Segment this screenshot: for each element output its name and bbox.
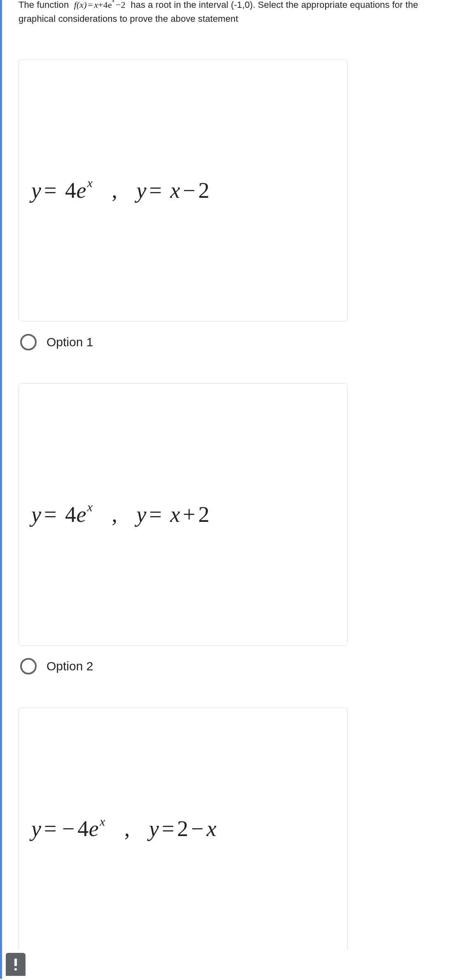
report-problem-button[interactable] [6,953,26,976]
option-1-eq1: y=4ex [31,178,93,203]
option-2-eq1: y=4ex [31,502,93,527]
radio-icon[interactable] [20,334,37,350]
option-3-equations: y=−4ex , y=2−x [31,816,217,841]
option-3-image: y=−4ex , y=2−x [19,707,348,950]
question-prefix: The function [19,0,74,10]
option-2-eq2: y=x+2 [137,502,210,527]
question-math: f(x)=x+4ex−2 [74,0,126,10]
option-3-wrap: y=−4ex , y=2−x [19,707,438,950]
radio-icon[interactable] [20,658,37,674]
comma-icon: , [124,816,130,841]
option-3-eq1: y=−4ex [31,816,105,841]
option-1-equations: y=4ex , y=x−2 [31,178,210,203]
comma-icon: , [112,502,118,527]
option-2-radio-row[interactable]: Option 2 [19,658,438,674]
comma-icon: , [112,178,118,203]
option-1-wrap: y=4ex , y=x−2 Option 1 [19,59,438,350]
question-card: The function f(x)=x+4ex−2 has a root in … [0,0,454,979]
option-3-eq2: y=2−x [149,816,217,841]
exclamation-icon [14,959,17,971]
option-1-label: Option 1 [47,335,93,349]
option-1-image: y=4ex , y=x−2 [19,59,348,322]
option-1-eq2: y=x−2 [137,178,210,203]
option-1-radio-row[interactable]: Option 1 [19,334,438,350]
option-2-image: y=4ex , y=x+2 [19,383,348,646]
option-2-label: Option 2 [47,659,93,673]
question-text: The function f(x)=x+4ex−2 has a root in … [19,0,438,26]
option-2-wrap: y=4ex , y=x+2 Option 2 [19,383,438,674]
option-2-equations: y=4ex , y=x+2 [31,502,210,527]
